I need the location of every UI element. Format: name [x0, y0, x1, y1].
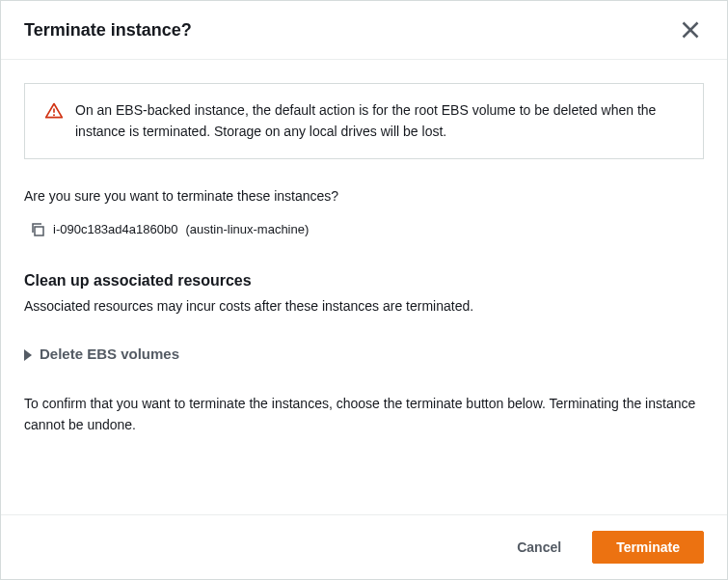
final-confirmation-text: To confirm that you want to terminate th…: [24, 393, 704, 436]
modal-body: On an EBS-backed instance, the default a…: [1, 60, 727, 514]
instance-name: (austin-linux-machine): [185, 220, 309, 239]
instance-row: i-090c183ad4a1860b0 (austin-linux-machin…: [24, 220, 704, 239]
chevron-right-icon: [24, 349, 32, 361]
warning-box: On an EBS-backed instance, the default a…: [24, 83, 704, 159]
close-icon: [681, 20, 700, 40]
expandable-label: Delete EBS volumes: [40, 344, 179, 366]
close-button[interactable]: [677, 16, 704, 43]
confirm-question: Are you sure you want to terminate these…: [24, 186, 704, 207]
svg-point-3: [53, 114, 55, 116]
modal-header: Terminate instance?: [1, 1, 727, 60]
copy-icon[interactable]: [30, 222, 45, 237]
warning-text: On an EBS-backed instance, the default a…: [75, 99, 684, 143]
warning-icon: [44, 101, 64, 121]
svg-rect-4: [35, 227, 43, 235]
cancel-button[interactable]: Cancel: [501, 532, 577, 563]
instance-id: i-090c183ad4a1860b0: [53, 220, 177, 239]
terminate-button[interactable]: Terminate: [592, 531, 704, 564]
terminate-instance-modal: Terminate instance? On an EBS-backed ins…: [0, 0, 728, 580]
cleanup-heading: Clean up associated resources: [24, 269, 704, 292]
delete-ebs-volumes-toggle[interactable]: Delete EBS volumes: [24, 344, 704, 366]
modal-title: Terminate instance?: [24, 17, 192, 43]
modal-footer: Cancel Terminate: [1, 514, 727, 579]
cleanup-description: Associated resources may incur costs aft…: [24, 296, 704, 317]
